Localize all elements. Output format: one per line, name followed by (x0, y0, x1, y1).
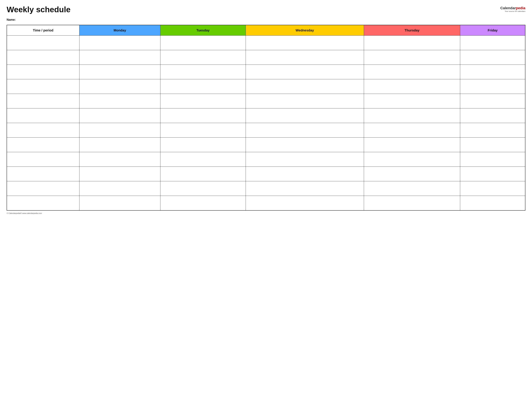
cell-row6-col0[interactable] (7, 123, 79, 138)
cell-row5-col0[interactable] (7, 108, 79, 123)
table-row (7, 152, 525, 167)
cell-row1-col5[interactable] (460, 50, 525, 65)
cell-row3-col4[interactable] (364, 79, 460, 94)
logo-pedia: pedia (516, 6, 525, 10)
cell-row5-col5[interactable] (460, 108, 525, 123)
cell-row4-col5[interactable] (460, 94, 525, 108)
cell-row3-col3[interactable] (246, 79, 364, 94)
cell-row2-col1[interactable] (79, 65, 160, 79)
cell-row9-col3[interactable] (246, 167, 364, 181)
cell-row4-col4[interactable] (364, 94, 460, 108)
cell-row8-col3[interactable] (246, 152, 364, 167)
cell-row5-col1[interactable] (79, 108, 160, 123)
col-header-tuesday: Tuesday (160, 25, 246, 36)
cell-row10-col5[interactable] (460, 181, 525, 196)
cell-row9-col2[interactable] (160, 167, 246, 181)
cell-row2-col2[interactable] (160, 65, 246, 79)
cell-row4-col2[interactable] (160, 94, 246, 108)
cell-row8-col1[interactable] (79, 152, 160, 167)
logo-calendar: Calendar (500, 6, 516, 10)
cell-row6-col1[interactable] (79, 123, 160, 138)
cell-row0-col3[interactable] (246, 36, 364, 50)
cell-row0-col4[interactable] (364, 36, 460, 50)
cell-row10-col1[interactable] (79, 181, 160, 196)
cell-row3-col1[interactable] (79, 79, 160, 94)
cell-row9-col0[interactable] (7, 167, 79, 181)
table-row (7, 65, 525, 79)
cell-row6-col4[interactable] (364, 123, 460, 138)
cell-row7-col1[interactable] (79, 138, 160, 152)
cell-row0-col0[interactable] (7, 36, 79, 50)
table-row (7, 196, 525, 210)
table-row (7, 181, 525, 196)
cell-row11-col0[interactable] (7, 196, 79, 210)
cell-row5-col2[interactable] (160, 108, 246, 123)
cell-row7-col0[interactable] (7, 138, 79, 152)
cell-row4-col3[interactable] (246, 94, 364, 108)
cell-row8-col4[interactable] (364, 152, 460, 167)
logo-text: Calendarpedia (500, 6, 525, 10)
cell-row0-col2[interactable] (160, 36, 246, 50)
cell-row6-col5[interactable] (460, 123, 525, 138)
cell-row8-col5[interactable] (460, 152, 525, 167)
cell-row4-col0[interactable] (7, 94, 79, 108)
table-row (7, 138, 525, 152)
cell-row11-col4[interactable] (364, 196, 460, 210)
cell-row1-col3[interactable] (246, 50, 364, 65)
cell-row10-col2[interactable] (160, 181, 246, 196)
cell-row2-col3[interactable] (246, 65, 364, 79)
cell-row7-col4[interactable] (364, 138, 460, 152)
cell-row9-col1[interactable] (79, 167, 160, 181)
logo-container: Calendarpedia Your source for calendars (500, 6, 525, 12)
cell-row9-col4[interactable] (364, 167, 460, 181)
cell-row7-col5[interactable] (460, 138, 525, 152)
cell-row11-col1[interactable] (79, 196, 160, 210)
cell-row2-col4[interactable] (364, 65, 460, 79)
cell-row3-col2[interactable] (160, 79, 246, 94)
table-row (7, 94, 525, 108)
cell-row3-col5[interactable] (460, 79, 525, 94)
logo-tagline: Your source for calendars (505, 10, 525, 12)
table-row (7, 79, 525, 94)
cell-row10-col0[interactable] (7, 181, 79, 196)
cell-row5-col4[interactable] (364, 108, 460, 123)
header-row: Time / period Monday Tuesday Wednesday T… (7, 25, 525, 36)
schedule-table: Time / period Monday Tuesday Wednesday T… (7, 25, 525, 210)
cell-row6-col3[interactable] (246, 123, 364, 138)
page-header: Weekly schedule Calendarpedia Your sourc… (7, 5, 525, 14)
cell-row11-col3[interactable] (246, 196, 364, 210)
cell-row5-col3[interactable] (246, 108, 364, 123)
cell-row10-col3[interactable] (246, 181, 364, 196)
table-row (7, 50, 525, 65)
cell-row1-col2[interactable] (160, 50, 246, 65)
cell-row0-col5[interactable] (460, 36, 525, 50)
cell-row8-col0[interactable] (7, 152, 79, 167)
cell-row6-col2[interactable] (160, 123, 246, 138)
cell-row11-col5[interactable] (460, 196, 525, 210)
table-row (7, 36, 525, 50)
cell-row7-col2[interactable] (160, 138, 246, 152)
table-row (7, 108, 525, 123)
cell-row2-col0[interactable] (7, 65, 79, 79)
cell-row7-col3[interactable] (246, 138, 364, 152)
cell-row10-col4[interactable] (364, 181, 460, 196)
cell-row3-col0[interactable] (7, 79, 79, 94)
cell-row4-col1[interactable] (79, 94, 160, 108)
page-title: Weekly schedule (7, 5, 70, 14)
cell-row1-col4[interactable] (364, 50, 460, 65)
name-label: Name: (7, 18, 16, 21)
cell-row1-col0[interactable] (7, 50, 79, 65)
col-header-thursday: Thursday (364, 25, 460, 36)
cell-row9-col5[interactable] (460, 167, 525, 181)
col-header-friday: Friday (460, 25, 525, 36)
cell-row2-col5[interactable] (460, 65, 525, 79)
cell-row0-col1[interactable] (79, 36, 160, 50)
cell-row11-col2[interactable] (160, 196, 246, 210)
table-row (7, 167, 525, 181)
col-header-monday: Monday (79, 25, 160, 36)
name-row: Name: (7, 18, 525, 21)
cell-row1-col1[interactable] (79, 50, 160, 65)
col-header-time: Time / period (7, 25, 79, 36)
col-header-wednesday: Wednesday (246, 25, 364, 36)
cell-row8-col2[interactable] (160, 152, 246, 167)
